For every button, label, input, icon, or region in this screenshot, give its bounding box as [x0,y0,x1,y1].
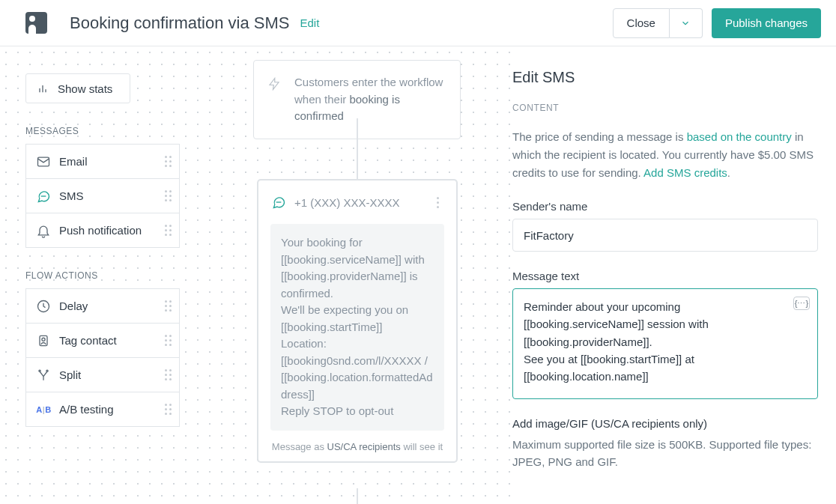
palette-item-label: Email [59,155,164,168]
connector-line [357,118,358,180]
close-dropdown[interactable] [670,8,703,38]
svg-rect-3 [38,157,49,166]
message-text-input[interactable] [524,298,786,386]
edit-title-link[interactable]: Edit [300,16,319,29]
palette-item-split[interactable]: Split [25,357,180,392]
drag-handle[interactable] [164,225,172,236]
svg-point-11 [39,370,40,371]
drag-handle[interactable] [164,404,172,415]
palette-item-sms[interactable]: SMS [25,178,180,213]
drag-handle[interactable] [164,300,172,312]
split-icon [35,367,52,383]
palette-item-tag[interactable]: Tag contact [25,323,180,358]
palette-item-label: SMS [59,189,164,202]
tag-contact-icon [35,333,52,349]
close-button-group: Close [613,8,703,38]
palette-item-label: Tag contact [59,334,164,347]
palette-item-label: A/B testing [59,403,164,416]
svg-point-12 [46,370,48,371]
bell-icon [35,222,52,239]
label-message-text: Message text [512,270,818,282]
insert-variable-button[interactable]: {⋯} [793,297,810,310]
palette-item-ab[interactable]: A|B A/B testing [25,392,180,427]
palette-item-label: Push notification [59,224,164,237]
close-button[interactable]: Close [613,8,670,38]
email-icon [35,154,52,170]
palette-item-push[interactable]: Push notification [25,213,180,248]
workflow-canvas[interactable]: Show stats MESSAGES Email SMS [0,46,512,504]
show-stats-button[interactable]: Show stats [25,73,130,103]
drag-handle[interactable] [164,156,172,167]
label-add-image: Add image/GIF (US/CA recipients only) [512,417,818,430]
workflow-sms-node[interactable]: +1 (XXX) XXX-XXXX Your booking for [[boo… [258,180,457,462]
ab-testing-icon: A|B [35,401,52,418]
edit-panel: Edit SMS CONTENT The price of sending a … [512,46,836,504]
clock-icon [35,298,52,315]
bar-chart-icon [37,82,49,94]
canvas-sidebar: Show stats MESSAGES Email SMS [25,73,180,427]
link-pricing-country[interactable]: based on the country [687,130,792,143]
drag-handle[interactable] [164,369,172,380]
app-header: Booking confirmation via SMS Edit Close … [0,0,836,46]
node-menu-button[interactable] [431,197,444,208]
show-stats-label: Show stats [58,82,112,95]
lightning-icon [267,77,281,91]
sender-name-input[interactable] [512,219,818,252]
publish-button[interactable]: Publish changes [712,8,821,38]
link-add-credits[interactable]: Add SMS credits [643,166,727,179]
svg-point-7 [42,338,45,341]
chevron-down-icon [680,18,691,28]
panel-description: The price of sending a message is based … [512,128,818,182]
label-sender-name: Sender's name [512,200,818,213]
sms-node-footer: Message as US/CA recipients will see it [270,441,444,452]
palette-item-label: Split [59,368,164,381]
section-messages: MESSAGES [25,126,180,136]
message-text-wrap: {⋯} [512,288,818,399]
page-title: Booking confirmation via SMS [70,13,289,33]
section-flow-actions: FLOW ACTIONS [25,270,180,281]
palette-item-label: Delay [59,300,164,312]
svg-marker-13 [270,79,279,90]
sms-node-preview: Your booking for [[booking.serviceName]]… [270,224,444,431]
palette-item-email[interactable]: Email [25,144,180,179]
app-logo [25,12,47,34]
drag-handle[interactable] [164,335,172,346]
sms-node-number: +1 (XXX) XXX-XXXX [294,196,399,209]
hint-add-image: Maximum supported file size is 500KB. Su… [512,436,818,471]
drag-handle[interactable] [164,190,172,201]
sms-icon [270,194,287,210]
connector-line [357,488,358,504]
sms-icon [35,188,52,204]
panel-section-content: CONTENT [512,103,818,113]
palette-item-delay[interactable]: Delay [25,288,180,324]
panel-title: Edit SMS [512,69,818,86]
